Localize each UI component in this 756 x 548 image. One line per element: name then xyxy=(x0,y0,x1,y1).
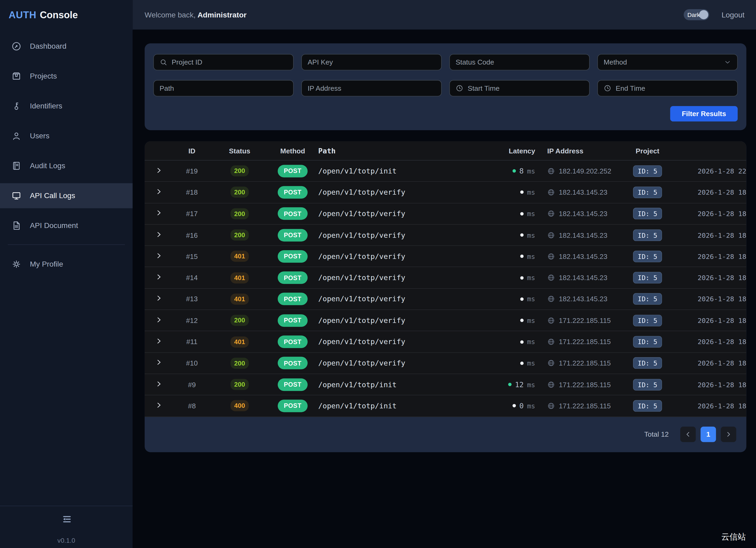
table-row[interactable]: #9 200 POST /open/v1/totp/init 12 ms 171… xyxy=(145,374,746,395)
filter-end-time-input[interactable]: End Time xyxy=(597,80,737,97)
expand-row-button[interactable] xyxy=(156,189,162,195)
row-path: /open/v1/totp/verify xyxy=(318,231,502,239)
method-badge: POST xyxy=(277,400,308,412)
row-path: /open/v1/totp/verify xyxy=(318,316,502,325)
expand-row-button[interactable] xyxy=(156,210,162,216)
table-row[interactable]: #11 401 POST /open/v1/totp/verify ms 171… xyxy=(145,331,746,353)
row-timestamp: 2026-1-28 18 xyxy=(668,231,746,239)
placeholder-text: Start Time xyxy=(468,84,499,92)
sidebar-item-users[interactable]: Users xyxy=(0,124,133,149)
row-latency: 12 ms xyxy=(502,380,540,389)
chevron-right-icon xyxy=(156,359,162,366)
row-status-cell: 401 xyxy=(212,336,267,347)
expand-row-button[interactable] xyxy=(156,253,162,259)
pagination-total: Total 12 xyxy=(644,431,669,438)
latency-value: 8 xyxy=(519,167,523,175)
sidebar-item-label: My Profile xyxy=(30,260,63,268)
theme-toggle[interactable]: Dark xyxy=(684,9,709,20)
status-badge: 200 xyxy=(230,187,249,198)
app-logo: AUTH Console xyxy=(0,0,133,30)
sidebar-item-label: Users xyxy=(30,132,49,140)
ip-text: 171.222.185.115 xyxy=(559,359,611,367)
expand-row-button[interactable] xyxy=(156,402,162,408)
sidebar-item-label: API Call Logs xyxy=(30,191,75,200)
expand-row-button[interactable] xyxy=(156,167,162,173)
status-badge: 200 xyxy=(230,165,249,176)
logout-button[interactable]: Logout xyxy=(722,10,744,19)
row-status-cell: 401 xyxy=(212,272,267,283)
sidebar-item-label: Dashboard xyxy=(30,42,66,51)
sidebar-item-audit-logs[interactable]: Audit Logs xyxy=(0,153,133,179)
prev-page-button[interactable] xyxy=(680,427,696,442)
watermark: 云信站 xyxy=(721,531,746,542)
project-badge: ID: 5 xyxy=(633,293,662,305)
table-row[interactable]: #19 200 POST /open/v1/totp/init 8 ms 182… xyxy=(145,161,746,182)
sidebar-item-api-call-logs[interactable]: API Call Logs xyxy=(0,183,133,208)
method-badge: POST xyxy=(277,250,308,263)
latency-unit: ms xyxy=(527,253,535,260)
sidebar-item-my-profile[interactable]: My Profile xyxy=(0,252,133,277)
row-method-cell: POST xyxy=(267,165,318,177)
row-path: /open/v1/totp/verify xyxy=(318,295,502,303)
row-project-cell: ID: 5 xyxy=(627,293,668,305)
filter-start-time-input[interactable]: Start Time xyxy=(449,80,590,97)
filter-project-id-input[interactable]: Project ID xyxy=(153,54,294,70)
row-latency: ms xyxy=(502,359,540,367)
collapse-sidebar-button[interactable] xyxy=(60,513,72,525)
filter-api-key-input[interactable]: API Key xyxy=(301,54,441,70)
chevron-right-icon xyxy=(156,253,162,259)
theme-toggle-label: Dark xyxy=(687,11,700,18)
row-latency: ms xyxy=(502,231,540,239)
filter-path-input[interactable]: Path xyxy=(153,80,294,97)
expand-row-button[interactable] xyxy=(156,317,162,323)
table-row[interactable]: #18 200 POST /open/v1/totp/verify ms 182… xyxy=(145,182,746,203)
sidebar-item-identifiers[interactable]: Identifiers xyxy=(0,94,133,119)
filter-status-code-input[interactable]: Status Code xyxy=(449,54,590,70)
row-path: /open/v1/totp/verify xyxy=(318,273,502,282)
row-ip: 171.222.185.115 xyxy=(540,338,627,346)
expand-row-button[interactable] xyxy=(156,295,162,302)
row-project-cell: ID: 5 xyxy=(627,165,668,177)
table-row[interactable]: #10 200 POST /open/v1/totp/verify ms 171… xyxy=(145,353,746,374)
row-method-cell: POST xyxy=(267,378,318,391)
latency-unit: ms xyxy=(527,189,535,196)
sidebar-item-projects[interactable]: Projects xyxy=(0,64,133,89)
row-id: #16 xyxy=(172,231,212,239)
sidebar-item-api-document[interactable]: API Document xyxy=(0,213,133,238)
table-row[interactable]: #17 200 POST /open/v1/totp/verify ms 182… xyxy=(145,203,746,225)
expand-row-button[interactable] xyxy=(156,338,162,344)
filter-method-select[interactable]: Method xyxy=(597,54,737,70)
filter-results-button[interactable]: Filter Results xyxy=(670,106,738,121)
row-ip: 171.222.185.115 xyxy=(540,402,627,410)
page-1-button[interactable]: 1 xyxy=(700,427,716,442)
gear-icon xyxy=(11,259,22,270)
logs-table-panel: ID Status Method Path Latency IP Address… xyxy=(145,141,746,452)
row-project-cell: ID: 5 xyxy=(627,250,668,262)
row-ip: 182.143.145.23 xyxy=(540,189,627,196)
table-row[interactable]: #15 401 POST /open/v1/totp/verify ms 182… xyxy=(145,246,746,267)
sidebar-item-dashboard[interactable]: Dashboard xyxy=(0,34,133,59)
row-timestamp: 2026-1-28 18 xyxy=(668,253,746,260)
expand-row-button[interactable] xyxy=(156,381,162,387)
row-method-cell: POST xyxy=(267,336,318,348)
project-badge: ID: 5 xyxy=(633,357,662,369)
table-row[interactable]: #8 400 POST /open/v1/totp/init 0 ms 171.… xyxy=(145,395,746,417)
table-row[interactable]: #16 200 POST /open/v1/totp/verify ms 182… xyxy=(145,225,746,246)
next-page-button[interactable] xyxy=(721,427,736,442)
ip-text: 171.222.185.115 xyxy=(559,402,611,410)
chevron-right-icon xyxy=(156,210,162,216)
package-icon xyxy=(11,71,22,81)
row-timestamp: 2026-1-28 18 xyxy=(668,381,746,388)
table-row[interactable]: #14 401 POST /open/v1/totp/verify ms 182… xyxy=(145,267,746,289)
expand-row-button[interactable] xyxy=(156,231,162,238)
sidebar: AUTH Console DashboardProjectsIdentifier… xyxy=(0,0,133,548)
topbar: Welcome back,Administrator Dark Logout xyxy=(133,0,756,30)
chevron-right-icon xyxy=(156,189,162,195)
expand-row-button[interactable] xyxy=(156,274,162,280)
table-row[interactable]: #12 200 POST /open/v1/totp/verify ms 171… xyxy=(145,310,746,331)
filter-ip-address-input[interactable]: IP Address xyxy=(301,80,441,97)
gauge-icon xyxy=(11,41,22,52)
expand-row-button[interactable] xyxy=(156,359,162,366)
ip-text: 182.149.202.252 xyxy=(559,167,611,175)
table-row[interactable]: #13 401 POST /open/v1/totp/verify ms 182… xyxy=(145,289,746,310)
